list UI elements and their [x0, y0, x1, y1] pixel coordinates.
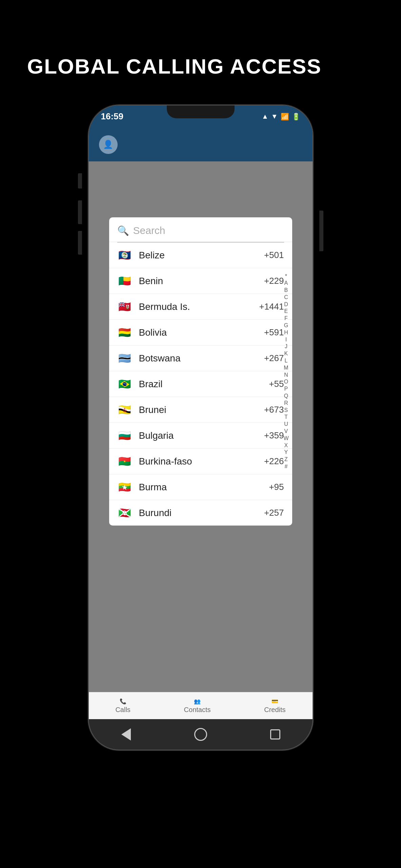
alphabet-letter[interactable]: J [285, 343, 287, 350]
alphabet-letter[interactable]: R [284, 400, 288, 407]
country-flag: 🇲🇲 [117, 481, 132, 493]
alphabet-letter[interactable]: # [284, 463, 287, 470]
back-icon [121, 728, 131, 741]
alphabet-index[interactable]: *ABCDEFGHIJKLMNOPQRSTUVWXYZ# [283, 273, 288, 470]
mute-button [78, 173, 82, 189]
alphabet-letter[interactable]: G [284, 322, 288, 329]
alphabet-letter[interactable]: T [284, 414, 288, 421]
country-item[interactable]: 🇧🇷Brazil+55 [109, 371, 292, 397]
country-item[interactable]: 🇧🇬Bulgaria+359 [109, 423, 292, 449]
contacts-label: Contacts [184, 706, 211, 714]
country-flag: 🇧🇼 [117, 352, 132, 364]
alphabet-letter[interactable]: O [284, 378, 288, 386]
country-item[interactable]: 🇧🇯Benin+229 [109, 268, 292, 294]
alphabet-letter[interactable]: S [284, 407, 288, 414]
alphabet-letter[interactable]: E [284, 308, 288, 315]
credits-icon: 💳 [272, 698, 278, 705]
country-code: +226 [264, 456, 284, 467]
power-button [319, 211, 323, 251]
alphabet-letter[interactable]: A [284, 280, 288, 287]
nav-calls[interactable]: 📞 Calls [115, 698, 130, 714]
country-flag: 🇧🇳 [117, 404, 132, 416]
recents-button[interactable] [265, 724, 285, 745]
recents-icon [270, 729, 280, 739]
country-name: Burkina-faso [139, 456, 264, 467]
country-name: Belize [139, 250, 264, 261]
alphabet-letter[interactable]: X [284, 442, 288, 449]
alphabet-letter[interactable]: C [284, 294, 288, 301]
phone-frame: 16:59 ▲ ▼ 📶 🔋 👤 🔍 Search [89, 105, 313, 750]
volume-down-button [78, 231, 82, 255]
country-code: +673 [264, 405, 284, 415]
country-item[interactable]: 🇧🇲Bermuda Is.+1441 [109, 294, 292, 320]
calls-icon: 📞 [120, 698, 126, 705]
country-item[interactable]: 🇧🇫Burkina-faso+226 [109, 449, 292, 474]
country-code: +1441 [259, 301, 284, 312]
country-item[interactable]: 🇲🇲Burma+95 [109, 474, 292, 500]
country-code: +267 [264, 353, 284, 363]
phone-wrapper: 16:59 ▲ ▼ 📶 🔋 👤 🔍 Search [82, 105, 319, 767]
contacts-icon: 👥 [194, 698, 201, 705]
calls-label: Calls [115, 706, 130, 714]
screen-content: 🔍 Search 🇧🇿Belize+501🇧🇯Benin+229🇧🇲Bermud… [89, 161, 313, 750]
credits-label: Credits [264, 706, 285, 714]
alphabet-letter[interactable]: V [284, 428, 288, 435]
android-nav-bar [89, 719, 313, 750]
country-code: +257 [264, 508, 284, 518]
alphabet-letter[interactable]: P [284, 386, 288, 393]
alphabet-letter[interactable]: Q [284, 393, 288, 400]
country-name: Brunei [139, 405, 264, 415]
alphabet-letter[interactable]: I [285, 336, 287, 343]
nav-credits[interactable]: 💳 Credits [264, 698, 285, 714]
nav-contacts[interactable]: 👥 Contacts [184, 698, 211, 714]
alphabet-letter[interactable]: Z [284, 456, 288, 463]
avatar: 👤 [99, 135, 118, 154]
phone-notch [167, 105, 235, 118]
status-icons: ▲ ▼ 📶 🔋 [262, 113, 300, 121]
country-name: Bolivia [139, 327, 264, 338]
country-code: +501 [264, 250, 284, 260]
alphabet-letter[interactable]: B [284, 287, 288, 294]
country-flag: 🇧🇮 [117, 507, 132, 519]
search-input-area[interactable]: 🔍 Search [109, 217, 292, 242]
country-flag: 🇧🇫 [117, 455, 132, 467]
country-flag: 🇧🇲 [117, 301, 132, 313]
alphabet-letter[interactable]: Y [284, 449, 288, 456]
signal-icon: 📶 [281, 113, 289, 121]
alphabet-letter[interactable]: K [284, 350, 288, 357]
country-item[interactable]: 🇧🇼Botswana+267 [109, 346, 292, 371]
country-item[interactable]: 🇧🇮Burundi+257 [109, 500, 292, 526]
app-header: 👤 [89, 127, 313, 161]
status-time: 16:59 [101, 111, 124, 122]
alphabet-letter[interactable]: M [284, 364, 288, 372]
alphabet-letter[interactable]: N [284, 372, 288, 379]
alphabet-letter[interactable]: * [285, 273, 287, 280]
alphabet-letter[interactable]: H [284, 329, 288, 336]
country-flag: 🇧🇯 [117, 275, 132, 287]
alphabet-letter[interactable]: W [283, 435, 288, 442]
search-placeholder[interactable]: Search [133, 225, 284, 236]
alphabet-letter[interactable]: L [284, 357, 287, 364]
country-code: +591 [264, 327, 284, 338]
country-name: Burundi [139, 508, 264, 518]
country-item[interactable]: 🇧🇳Brunei+673 [109, 397, 292, 423]
country-code: +229 [264, 276, 284, 286]
alphabet-letter[interactable]: U [284, 421, 288, 428]
search-dropdown: 🔍 Search 🇧🇿Belize+501🇧🇯Benin+229🇧🇲Bermud… [109, 217, 292, 526]
alphabet-letter[interactable]: F [284, 315, 288, 322]
country-flag: 🇧🇬 [117, 430, 132, 441]
wifi2-icon: ▼ [271, 113, 278, 120]
country-flag: 🇧🇷 [117, 378, 132, 390]
country-list: 🇧🇿Belize+501🇧🇯Benin+229🇧🇲Bermuda Is.+144… [109, 242, 292, 526]
bottom-nav: 📞 Calls 👥 Contacts 💳 Credits [89, 692, 313, 719]
country-item[interactable]: 🇧🇿Belize+501 [109, 242, 292, 268]
country-code: +95 [269, 482, 284, 492]
back-button[interactable] [116, 724, 136, 745]
country-item[interactable]: 🇧🇴Bolivia+591 [109, 320, 292, 346]
battery-icon: 🔋 [292, 113, 300, 121]
home-button[interactable] [191, 724, 211, 745]
country-flag: 🇧🇿 [117, 249, 132, 261]
country-code: +55 [269, 379, 284, 389]
alphabet-letter[interactable]: D [284, 301, 288, 308]
country-code: +359 [264, 430, 284, 441]
